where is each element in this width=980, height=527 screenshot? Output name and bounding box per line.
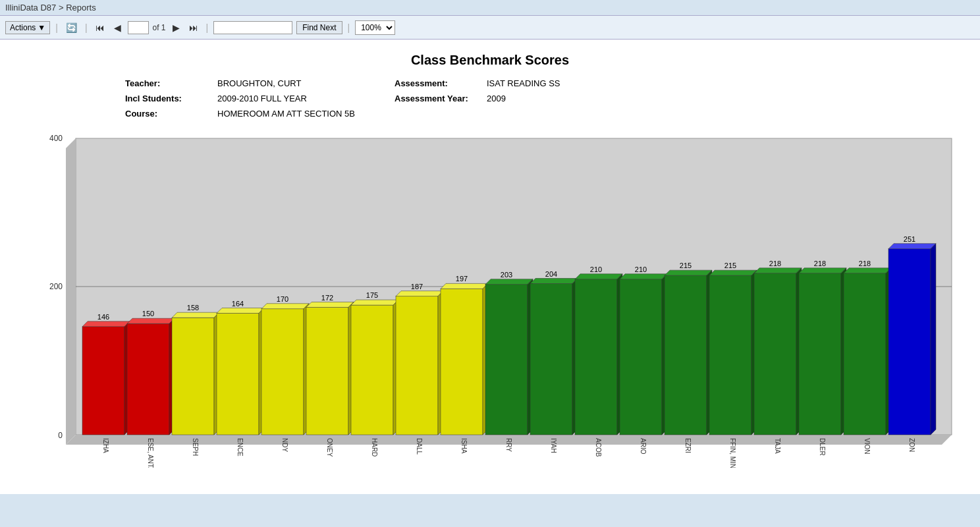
svg-marker-28	[620, 274, 667, 279]
bar-chart: 400 200 0 146IZHA150ESE, ANTA158SEPH164E…	[40, 132, 962, 468]
bar-18	[888, 249, 931, 435]
bar-7	[396, 296, 438, 435]
x-label-5: ONEY	[326, 438, 333, 457]
x-label-2: SEPH	[192, 438, 199, 456]
bar-14	[709, 275, 751, 435]
teacher-value: BROUGHTON, CURT	[217, 78, 301, 88]
actions-button[interactable]: Actions ▼	[5, 21, 50, 34]
svg-marker-4	[82, 321, 130, 327]
dropdown-arrow-icon: ▼	[38, 23, 45, 32]
svg-marker-8	[172, 312, 219, 318]
svg-marker-20	[441, 283, 488, 289]
bar-10	[530, 284, 572, 435]
chart-container: 400 200 0 146IZHA150ESE, ANTA158SEPH164E…	[40, 132, 940, 474]
svg-marker-36	[799, 268, 846, 273]
separator-1: |	[55, 22, 58, 33]
separator-3: |	[206, 22, 209, 33]
x-label-0: IZHA	[102, 438, 109, 453]
report-title: Class Benchmark Scores	[20, 53, 960, 68]
bar-1	[127, 323, 169, 435]
svg-marker-41	[931, 244, 936, 435]
svg-marker-10	[217, 308, 264, 314]
zoom-select[interactable]: 100% 50% 75% 125% 150% 200%	[355, 20, 395, 35]
bar-2	[172, 318, 214, 435]
page-number-input[interactable]: 1	[128, 21, 149, 34]
x-label-9: RRY	[505, 438, 512, 452]
bar-value-12: 210	[635, 265, 647, 273]
report-meta: Teacher: BROUGHTON, CURT Incl Students: …	[125, 78, 960, 119]
svg-marker-14	[306, 302, 354, 308]
svg-marker-24	[530, 279, 578, 284]
bar-value-10: 204	[545, 270, 557, 278]
x-label-10: IYAH	[550, 438, 557, 453]
breadcrumb: IlliniData D87 > Reports	[0, 0, 980, 16]
x-label-16: DLER	[819, 438, 826, 456]
svg-marker-1	[66, 138, 76, 445]
bar-value-14: 215	[724, 262, 736, 269]
page-of-label: of 1	[153, 23, 166, 32]
bar-value-15: 218	[769, 260, 781, 267]
bar-value-8: 197	[456, 275, 468, 283]
x-label-11: ACOB	[595, 438, 602, 457]
bar-4	[261, 309, 304, 435]
bar-6	[351, 305, 393, 435]
bar-value-9: 203	[501, 271, 512, 279]
last-page-icon[interactable]: ⏭	[186, 21, 201, 34]
bar-value-6: 175	[366, 291, 378, 299]
bar-value-0: 146	[97, 313, 109, 321]
separator-2: |	[85, 22, 88, 33]
svg-marker-34	[754, 268, 802, 273]
bar-8	[441, 289, 483, 435]
assessment-year-value: 2009	[487, 94, 506, 103]
bar-value-17: 218	[859, 260, 871, 267]
bar-value-7: 187	[411, 283, 423, 291]
incl-students-label: Incl Students:	[125, 94, 211, 103]
x-label-6: HARD	[371, 438, 378, 457]
teacher-label: Teacher:	[125, 78, 211, 88]
bar-value-1: 150	[142, 310, 154, 318]
bar-value-3: 164	[232, 300, 244, 308]
svg-marker-18	[396, 291, 443, 296]
bar-value-16: 218	[814, 260, 826, 267]
find-next-button[interactable]: Find Next	[296, 21, 342, 34]
course-value: HOMEROOM AM ATT SECTION 5B	[217, 109, 355, 119]
bar-value-5: 172	[321, 294, 333, 302]
refresh-icon[interactable]: 🔄	[63, 21, 80, 34]
bar-value-4: 170	[277, 295, 288, 303]
prev-page-icon[interactable]: ◀	[111, 21, 124, 34]
x-label-12: ARIO	[640, 438, 647, 455]
incl-students-value: 2009-2010 FULL YEAR	[217, 94, 307, 103]
svg-marker-32	[709, 270, 757, 275]
bar-5	[306, 308, 348, 435]
bar-value-13: 215	[680, 262, 692, 269]
x-label-8: ISHA	[460, 438, 468, 454]
report-area: Class Benchmark Scores Teacher: BROUGHTO…	[0, 40, 980, 494]
assessment-value: ISAT READING SS	[487, 78, 560, 88]
y-label-200: 200	[49, 282, 63, 291]
x-label-14: FFIN, MINA	[729, 438, 736, 468]
meta-left: Teacher: BROUGHTON, CURT Incl Students: …	[125, 78, 355, 119]
bar-0	[82, 327, 124, 435]
bar-9	[485, 285, 528, 435]
next-page-icon[interactable]: ▶	[170, 21, 182, 34]
bar-value-18: 251	[904, 235, 915, 243]
x-label-15: TAJA	[774, 438, 781, 454]
y-label-400: 400	[49, 134, 63, 143]
x-label-13: EZRI	[684, 438, 692, 453]
svg-marker-22	[485, 279, 533, 285]
x-label-7: DALL	[416, 438, 423, 455]
toolbar: Actions ▼ | 🔄 | ⏮ ◀ 1 of 1 ▶ ⏭ | Find Ne…	[0, 16, 980, 40]
assessment-label: Assessment:	[395, 78, 480, 88]
bar-12	[620, 279, 662, 435]
bar-16	[799, 273, 841, 435]
bar-3	[217, 314, 259, 435]
find-input[interactable]	[213, 21, 292, 34]
svg-marker-12	[261, 304, 309, 309]
first-page-icon[interactable]: ⏮	[93, 21, 107, 34]
svg-marker-16	[351, 300, 398, 305]
x-label-18: ZON	[908, 438, 915, 452]
bar-11	[575, 279, 617, 435]
svg-marker-38	[844, 268, 891, 273]
x-label-17: VION	[863, 438, 871, 454]
svg-marker-6	[127, 318, 175, 323]
